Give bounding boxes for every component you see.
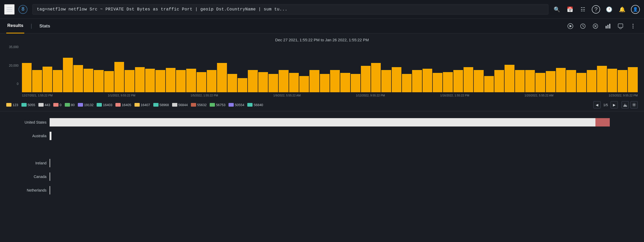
bar[interactable] xyxy=(289,73,299,92)
legend-item[interactable]: 19132 xyxy=(78,103,93,107)
bar[interactable] xyxy=(135,67,145,92)
legend-prev-button[interactable]: ◀ xyxy=(593,101,601,108)
bar[interactable] xyxy=(166,68,175,92)
search-icon[interactable]: 🔍 xyxy=(553,5,561,14)
bar[interactable] xyxy=(453,70,463,92)
legend-item[interactable]: 80 xyxy=(65,103,75,107)
bar[interactable] xyxy=(63,58,73,92)
bar[interactable] xyxy=(525,70,535,92)
bar[interactable] xyxy=(474,70,483,92)
more-icon[interactable] xyxy=(628,21,638,31)
stats-bar-segment[interactable] xyxy=(50,172,50,181)
legend-item[interactable]: 123 xyxy=(6,103,18,107)
bar[interactable] xyxy=(145,69,155,92)
bar[interactable] xyxy=(340,73,350,92)
chat-icon[interactable] xyxy=(616,21,625,31)
bar[interactable] xyxy=(248,70,257,92)
bar[interactable] xyxy=(607,69,617,92)
bar[interactable] xyxy=(155,70,165,92)
bar[interactable] xyxy=(371,63,381,92)
bar[interactable] xyxy=(515,70,525,92)
bar[interactable] xyxy=(464,67,473,92)
legend-item[interactable]: 56844 xyxy=(172,103,188,107)
bar[interactable] xyxy=(125,70,134,92)
bar[interactable] xyxy=(597,66,607,92)
stats-bar-segment[interactable] xyxy=(50,118,595,126)
bar[interactable] xyxy=(505,65,514,92)
bar[interactable] xyxy=(484,76,494,92)
bar[interactable] xyxy=(423,69,432,92)
bar[interactable] xyxy=(84,69,93,92)
bar[interactable] xyxy=(94,70,103,92)
stats-bar-segment[interactable] xyxy=(50,159,50,167)
bell-icon[interactable]: 🔔 xyxy=(618,5,626,14)
bar[interactable] xyxy=(217,63,227,92)
clock-icon[interactable]: 🕐 xyxy=(605,5,613,14)
menu-button[interactable] xyxy=(4,4,15,15)
legend-item[interactable]: 16403 xyxy=(97,103,112,107)
legend-item[interactable]: 56840 xyxy=(247,103,263,107)
bar[interactable] xyxy=(32,70,42,92)
legend-item[interactable]: 16405 xyxy=(115,103,131,107)
bar[interactable] xyxy=(299,76,309,92)
bar[interactable] xyxy=(494,70,504,92)
bar[interactable] xyxy=(279,70,288,92)
bar[interactable] xyxy=(535,73,545,92)
tab-results[interactable]: Results xyxy=(6,19,24,33)
help-icon[interactable]: ? xyxy=(592,5,600,14)
bar[interactable] xyxy=(577,73,586,92)
bar[interactable] xyxy=(412,70,422,92)
legend-next-button[interactable]: ▶ xyxy=(611,101,618,108)
bar[interactable] xyxy=(556,68,566,92)
legend-settings-button[interactable] xyxy=(630,101,638,108)
bar[interactable] xyxy=(433,73,442,92)
bar[interactable] xyxy=(402,74,412,92)
bar[interactable] xyxy=(43,67,52,92)
bar[interactable] xyxy=(330,70,340,92)
bar[interactable] xyxy=(53,70,62,92)
search-query[interactable]: tag=netflow netflow Src ~ PRIVATE Dst By… xyxy=(32,4,548,15)
bar[interactable] xyxy=(351,74,360,92)
legend-item[interactable]: 443 xyxy=(38,103,50,107)
bar[interactable] xyxy=(258,72,268,93)
calendar-icon[interactable]: 📅 xyxy=(566,5,574,14)
bar[interactable] xyxy=(361,66,371,92)
bar[interactable] xyxy=(238,78,247,92)
timer-icon[interactable] xyxy=(578,21,588,31)
bar[interactable] xyxy=(104,71,114,92)
bar[interactable] xyxy=(320,74,330,92)
bar[interactable] xyxy=(443,72,453,93)
legend-item[interactable]: 50554 xyxy=(229,103,244,107)
close-circle-icon[interactable] xyxy=(591,21,600,31)
legend-item[interactable]: 5055 xyxy=(21,103,35,107)
stats-bar-segment[interactable] xyxy=(595,118,610,126)
bar[interactable] xyxy=(114,62,124,92)
legend-item[interactable]: 16407 xyxy=(134,103,150,107)
play-icon[interactable] xyxy=(566,21,575,31)
stats-bar-segment[interactable] xyxy=(50,132,51,140)
bar-chart-icon[interactable] xyxy=(603,21,613,31)
user-icon[interactable]: 👤 xyxy=(631,5,640,14)
bar[interactable] xyxy=(587,70,596,92)
bar[interactable] xyxy=(566,70,576,92)
grid-icon[interactable]: ☷ xyxy=(579,5,587,14)
bar[interactable] xyxy=(392,67,401,92)
bar[interactable] xyxy=(227,74,237,92)
legend-item[interactable]: 0 xyxy=(53,103,61,107)
legend-item[interactable]: 56753 xyxy=(210,103,225,107)
bar[interactable] xyxy=(268,74,278,92)
bar[interactable] xyxy=(546,71,555,92)
stats-bar-segment[interactable] xyxy=(50,186,50,194)
bar[interactable] xyxy=(618,70,627,92)
bar[interactable] xyxy=(207,70,216,92)
bar[interactable] xyxy=(22,63,32,92)
legend-item[interactable]: 55632 xyxy=(191,103,207,107)
legend-download-button[interactable] xyxy=(622,101,629,108)
bar[interactable] xyxy=(197,72,206,93)
bar[interactable] xyxy=(186,69,196,92)
bar[interactable] xyxy=(309,70,319,92)
bar[interactable] xyxy=(381,70,391,92)
bar[interactable] xyxy=(176,70,186,92)
tab-stats[interactable]: Stats xyxy=(38,19,51,33)
bar[interactable] xyxy=(73,65,83,92)
